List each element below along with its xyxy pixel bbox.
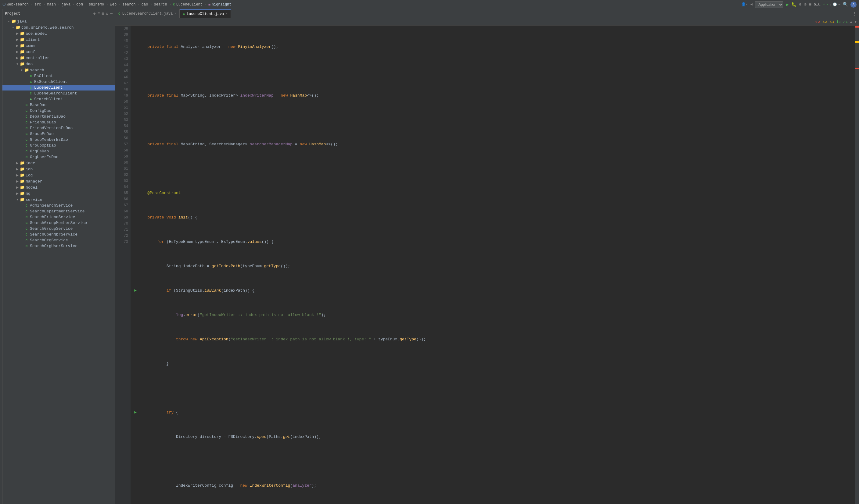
check-icon: ✓ — [843, 20, 845, 24]
tree-icon-settings[interactable]: ⚙ — [106, 11, 108, 16]
tree-item-ace-model[interactable]: ▶ 📁 ace.model — [2, 30, 115, 36]
git-clock-icon[interactable]: 🕐 — [833, 2, 837, 6]
breadcrumb-java[interactable]: java — [62, 2, 71, 7]
tree-item-searchorguserservice[interactable]: C SearchOrgUserService — [2, 243, 115, 249]
git-push-icon[interactable]: ↑ — [830, 3, 832, 6]
tab-luceneclient[interactable]: C LuceneClient.java × — [180, 9, 231, 18]
profile-run-icon[interactable]: ⊛ — [804, 2, 806, 7]
back-icon[interactable]: ◄ — [750, 2, 753, 7]
debug-icon[interactable]: 🐛 — [791, 2, 797, 7]
folder-icon: 📁 — [19, 179, 25, 184]
java-icon: C — [24, 115, 29, 119]
run-button[interactable]: ▶ — [786, 1, 789, 7]
warnings-bar: ⊗ 2 ⚠ 2 ⚠ 1 ℹ 8 ✓ 1 ▲ ▼ — [115, 18, 859, 26]
profile-icon[interactable]: 👤▾ — [741, 2, 748, 7]
coverage-icon[interactable]: ⊕ — [799, 2, 801, 7]
breadcrumb-shinemo[interactable]: shinemo — [89, 2, 104, 7]
tree-item-searchgroupservice[interactable]: C SearchGroupService — [2, 226, 115, 232]
code-line-51: } — [133, 361, 855, 367]
tab-lucenesearchclient-label: LuceneSearchClient.java — [122, 12, 173, 16]
tree-item-conf[interactable]: ▶ 📁 conf — [2, 49, 115, 55]
tree-item-java[interactable]: ▾ 📁 java — [2, 18, 115, 25]
warnings-down-arrow[interactable]: ▼ — [855, 20, 857, 24]
java-icon: C — [24, 216, 29, 219]
git-check-icon: ✓ — [823, 2, 826, 6]
warnings-up-arrow[interactable]: ▲ — [850, 20, 852, 24]
tree-item-searchopennbrservice[interactable]: C SearchOpenNbrService — [2, 232, 115, 237]
tree-item-controller[interactable]: ▶ 📁 controller — [2, 55, 115, 61]
tree-item-jace[interactable]: ▶ 📁 jace — [2, 160, 115, 166]
code-line-46: for (EsTypeEnum typeEnum : EsTypeEnum.va… — [133, 239, 855, 245]
chevron-right-icon: ▶ — [15, 31, 19, 36]
code-line-40: private final Map<String, IndexWriter> i… — [133, 93, 855, 99]
tree-item-adminsearchservice[interactable]: C AdminSearchService — [2, 203, 115, 208]
tree-icon-collapse[interactable]: ≡ — [97, 11, 100, 16]
tab-close-icon[interactable]: × — [226, 12, 228, 16]
tree-item-searchfriendservice[interactable]: C SearchFriendService — [2, 214, 115, 220]
tree-item-groupmemberesdao[interactable]: C GroupMemberEsDao — [2, 137, 115, 143]
code-editor[interactable]: 38 39 40 41 42 43 44 45 46 47 48 49 50 5… — [115, 26, 859, 504]
tab-java-icon: C — [183, 12, 185, 16]
breadcrumb-src[interactable]: src — [34, 2, 41, 7]
breadcrumb-search[interactable]: search — [122, 2, 135, 7]
tree-item-manager[interactable]: ▶ 📁 manager — [2, 178, 115, 184]
tree-item-essearchclient[interactable]: C EsSearchClient — [2, 79, 115, 85]
tree-icon-close[interactable]: — — [110, 11, 112, 16]
java-icon: C — [24, 239, 29, 242]
tree-item-com-shinemo[interactable]: ▾ 📁 com.shinemo.web.search — [2, 25, 115, 30]
tree-item-friendversionesdao[interactable]: C FriendVersionEsDao — [2, 125, 115, 131]
tree-item-friendesdao[interactable]: C FriendEsDao — [2, 120, 115, 125]
tree-item-departmentesdao[interactable]: C DepartmentEsDao — [2, 114, 115, 120]
tree-item-searchorgservice[interactable]: C SearchOrgService — [2, 237, 115, 243]
tree-item-groupesdao[interactable]: C GroupEsDao — [2, 131, 115, 137]
tree-item-comm[interactable]: ▶ 📁 comm — [2, 43, 115, 49]
code-content[interactable]: private final Analyzer analyzer = new Pi… — [131, 26, 855, 504]
tree-item-lucenesearchclient[interactable]: C LuceneSearchClient — [2, 91, 115, 96]
breadcrumb-highlight[interactable]: highlight — [212, 2, 231, 7]
user-avatar[interactable]: A — [850, 1, 857, 7]
stop-icon[interactable]: ■ — [809, 2, 811, 7]
tree-item-esclient[interactable]: C EsClient — [2, 73, 115, 79]
tab-bar: C LuceneSearchClient.java × C LuceneClie… — [115, 9, 859, 18]
folder-icon: 📁 — [19, 197, 25, 202]
breadcrumb-websearch[interactable]: web-search — [7, 2, 29, 7]
tree-item-model[interactable]: ▶ 📁 model — [2, 184, 115, 190]
tree-item-log[interactable]: ▶ 📁 log — [2, 172, 115, 178]
breadcrumb-main[interactable]: main — [47, 2, 56, 7]
tree-item-service[interactable]: ▾ 📁 service — [2, 196, 115, 203]
tree-icon-expand[interactable]: ⊞ — [102, 11, 104, 16]
breadcrumb-luceneclient[interactable]: LuceneClient — [176, 2, 202, 7]
tree-item-basedao[interactable]: C BaseDao — [2, 102, 115, 108]
tree-item-searchdepartmentservice[interactable]: C SearchDepartmentService — [2, 208, 115, 214]
tree-item-search[interactable]: ▾ 📁 search — [2, 67, 115, 73]
tab-lucenesearchclient[interactable]: C LuceneSearchClient.java × — [115, 9, 180, 18]
app-selector[interactable]: Application — [755, 1, 783, 8]
tree-item-dao[interactable]: ▾ 📁 dao — [2, 61, 115, 67]
tree-item-client[interactable]: ▶ 📁 client — [2, 36, 115, 43]
tree-item-searchclient[interactable]: ● SearchClient — [2, 96, 115, 102]
breadcrumb-com[interactable]: com — [76, 2, 83, 7]
code-line-44: @PostConstruct — [133, 190, 855, 196]
tree-item-job[interactable]: ▶ 📁 job — [2, 166, 115, 172]
tree-item-searchgroupmemberservice[interactable]: C SearchGroupMemberService — [2, 220, 115, 226]
tree-item-luceneclient[interactable]: C LuceneClient — [2, 85, 115, 91]
tree-item-mq[interactable]: ▶ 📁 mq — [2, 190, 115, 196]
chevron-down-icon: ▾ — [11, 25, 15, 30]
error-icon: ⊗ — [815, 20, 817, 24]
tree-icon-locate[interactable]: ⊕ — [93, 11, 96, 16]
tree-item-groupoptdao[interactable]: C GroupOptDao — [2, 143, 115, 148]
tree-item-configdao[interactable]: C ConfigDao — [2, 108, 115, 114]
error-count: ⊗ 2 — [815, 20, 820, 24]
search-icon[interactable]: 🔍 — [843, 2, 848, 7]
breadcrumb-dao[interactable]: dao — [141, 2, 148, 7]
tree-item-orgesdao[interactable]: C OrgEsDao — [2, 148, 115, 154]
git-undo-icon[interactable]: ↩ — [838, 2, 840, 6]
java-icon: C — [24, 103, 29, 107]
folder-icon: 📁 — [19, 62, 25, 66]
breadcrumb-web[interactable]: web — [110, 2, 117, 7]
breadcrumb-search2[interactable]: search — [154, 2, 167, 7]
tab-more-button[interactable]: ⋮ — [850, 11, 859, 16]
info-icon: ℹ — [837, 20, 838, 24]
tab-close-icon[interactable]: × — [175, 12, 176, 15]
tree-item-orguseresdao[interactable]: C OrgUserEsDao — [2, 154, 115, 160]
